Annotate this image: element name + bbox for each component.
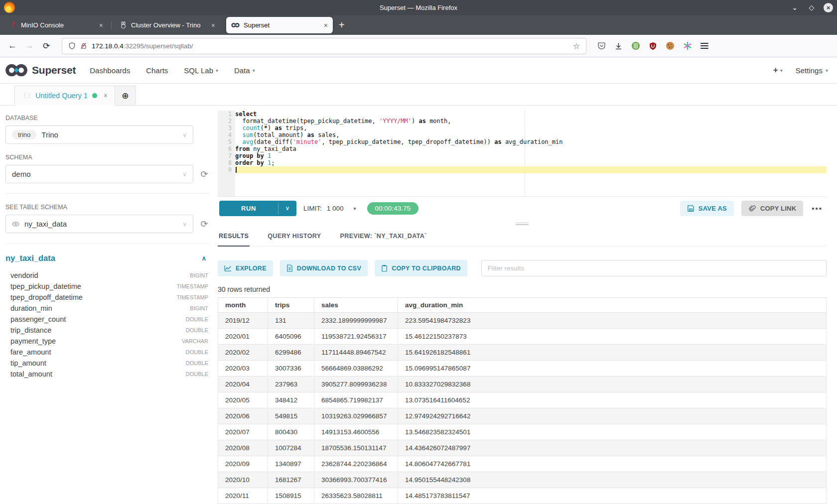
tab-close-icon[interactable]: × (99, 21, 103, 29)
refresh-tables-icon[interactable]: ⟳ (199, 219, 209, 230)
nav-charts[interactable]: Charts (146, 66, 168, 75)
limit-control[interactable]: LIMIT: 1 000 ▾ (303, 205, 356, 212)
nav-sql-lab[interactable]: SQL Lab▾ (184, 66, 218, 75)
run-options-chevron-icon[interactable]: ∨ (279, 201, 296, 216)
column-row[interactable]: duration_minBIGINT (5, 303, 209, 314)
browser-tab-minio[interactable]: MinIO Console × (4, 17, 108, 33)
table-row[interactable]: 2020/11150891526335623.5802881114.485173… (218, 488, 827, 504)
insecure-lock-icon[interactable] (80, 42, 87, 50)
table-row[interactable]: 2020/016405096119538721.9245631715.46122… (218, 329, 827, 345)
containers-asterisk-icon[interactable] (683, 41, 692, 50)
settings-menu[interactable]: Settings ▾ (796, 66, 828, 75)
table-cell: 13.546823582324501 (398, 424, 827, 440)
table-row[interactable]: 2020/0654981510319263.02996685712.974924… (218, 408, 827, 424)
copy-link-button[interactable]: COPY LINK (741, 201, 803, 216)
copy-clipboard-button[interactable]: COPY TO CLIPBOARD (375, 260, 467, 276)
url-host: 172.18.0.4 (92, 42, 124, 50)
explore-button[interactable]: EXPLORE (218, 260, 273, 276)
tab-close-icon[interactable]: × (324, 21, 328, 29)
table-row[interactable]: 2020/042379633905277.809993623810.833327… (218, 377, 827, 392)
window-minimize-button[interactable]: ⌄ (790, 3, 800, 11)
column-row[interactable]: tpep_dropoff_datetimeTIMESTAMP (5, 292, 209, 303)
chart-line-icon (224, 265, 232, 271)
table-row[interactable]: 2020/10168126730366993.70037741614.95015… (218, 472, 827, 488)
back-button[interactable]: ← (4, 41, 21, 51)
tab-query-history[interactable]: QUERY HISTORY (267, 228, 322, 246)
reload-button[interactable]: ⟳ (38, 41, 55, 51)
cookie-icon[interactable] (666, 41, 675, 50)
sql-editor[interactable]: 123456789 select format_datetime(tpep_pi… (218, 111, 827, 196)
table-cell: 2019/12 (218, 313, 268, 329)
query-tab-active[interactable]: ⋮⋮ Untitled Query 1 × (14, 86, 115, 106)
table-cell: 6299486 (268, 345, 314, 361)
nav-data[interactable]: Data▾ (234, 66, 255, 75)
brand-name: Superset (32, 64, 76, 76)
privacy-badger-icon[interactable] (631, 41, 640, 50)
superset-brand[interactable]: Superset (5, 63, 76, 77)
browser-tab-trino[interactable]: Cluster Overview - Trino × (115, 17, 220, 33)
table-cell: 56664869.03886292 (314, 361, 398, 377)
splitter-grip-icon[interactable] (516, 222, 529, 226)
window-maximize-button[interactable]: ◇ (807, 3, 817, 11)
code-line: order by 1; (235, 159, 827, 166)
table-row[interactable]: 2020/0780043014913153.460055613.54682358… (218, 424, 827, 440)
column-row[interactable]: tip_amountDOUBLE (5, 358, 209, 369)
new-item-button[interactable]: + ▾ (773, 65, 783, 75)
forward-button[interactable]: → (21, 41, 38, 51)
new-query-tab-button[interactable]: ⊕ (115, 86, 136, 106)
ublock-icon[interactable] (649, 42, 657, 50)
downloads-icon[interactable] (614, 42, 623, 50)
column-row[interactable]: fare_amountDOUBLE (5, 347, 209, 358)
bookmark-star-icon[interactable]: ☆ (573, 41, 580, 51)
tab-preview-table[interactable]: PREVIEW: `NY_TAXI_DATA` (339, 228, 428, 246)
table-cell: 3007336 (268, 361, 314, 377)
database-backend-badge: trino (12, 130, 36, 139)
table-name-heading[interactable]: ny_taxi_data (5, 253, 55, 263)
browser-tab-superset[interactable]: Superset × (226, 17, 333, 33)
collapse-chevron-icon[interactable]: ∧ (201, 254, 206, 262)
tracking-shield-icon[interactable] (68, 42, 76, 50)
pane-splitter[interactable] (218, 220, 827, 228)
column-row[interactable]: trip_distanceDOUBLE (5, 325, 209, 336)
results-actions: EXPLORE DOWNLOAD TO CSV (218, 260, 827, 276)
table-cell: 2020/02 (218, 345, 268, 361)
tab-results[interactable]: RESULTS (218, 228, 250, 247)
table-select[interactable]: ny_taxi_data ∨ (5, 215, 193, 233)
download-csv-button[interactable]: DOWNLOAD TO CSV (280, 260, 368, 276)
window-close-button[interactable]: × (824, 3, 833, 12)
pocket-icon[interactable] (597, 42, 606, 50)
chevron-down-icon: ▾ (253, 68, 255, 73)
table-row[interactable]: 2020/09134089723628744.22023686414.80604… (218, 456, 827, 472)
url-bar[interactable]: 172.18.0.4:32295/superset/sqllab/ ☆ (62, 38, 586, 54)
drag-handle-icon[interactable]: ⋮⋮ (22, 92, 31, 99)
filter-results-input[interactable] (481, 260, 827, 276)
column-row[interactable]: passenger_countDOUBLE (5, 314, 209, 325)
results-table: monthtripssalesavg_duration_min 2019/121… (218, 297, 827, 504)
table-row[interactable]: 2020/08100728418705536.15013114714.43642… (218, 440, 827, 456)
table-row[interactable]: 2020/03300733656664869.0388629215.096995… (218, 361, 827, 377)
column-row[interactable]: total_amountDOUBLE (5, 369, 209, 379)
tab-close-icon[interactable]: × (211, 21, 215, 29)
column-row[interactable]: payment_typeVARCHAR (5, 336, 209, 347)
column-row[interactable]: vendoridBIGINT (5, 270, 209, 281)
database-select[interactable]: trino Trino ∨ (5, 126, 193, 144)
nav-dashboards[interactable]: Dashboards (90, 66, 130, 75)
new-tab-button[interactable]: + (339, 19, 345, 31)
chevron-down-icon: ∨ (182, 131, 187, 138)
table-row[interactable]: 2020/053484126854865.71998213713.0735164… (218, 392, 827, 408)
table-cell: 1508915 (268, 488, 314, 504)
line-number: 6 (218, 145, 235, 152)
menu-hamburger-icon[interactable] (700, 41, 708, 50)
schema-select[interactable]: demo ∨ (5, 165, 193, 183)
column-row[interactable]: tpep_pickup_datetimeTIMESTAMP (5, 281, 209, 292)
table-row[interactable]: 2019/121312332.1899999999987223.59541984… (218, 313, 827, 329)
run-button[interactable]: RUN ∨ (219, 201, 296, 216)
editor-code[interactable]: select format_datetime(tpep_pickup_datet… (235, 111, 827, 196)
column-name: vendorid (10, 271, 38, 279)
divider (5, 243, 209, 244)
table-row[interactable]: 2020/026299486117114448.8946754215.64192… (218, 345, 827, 361)
refresh-schemas-icon[interactable]: ⟳ (199, 169, 209, 180)
save-as-button[interactable]: SAVE AS (680, 201, 734, 216)
close-icon[interactable]: × (104, 92, 108, 100)
more-actions-button[interactable]: ••• (812, 204, 823, 213)
